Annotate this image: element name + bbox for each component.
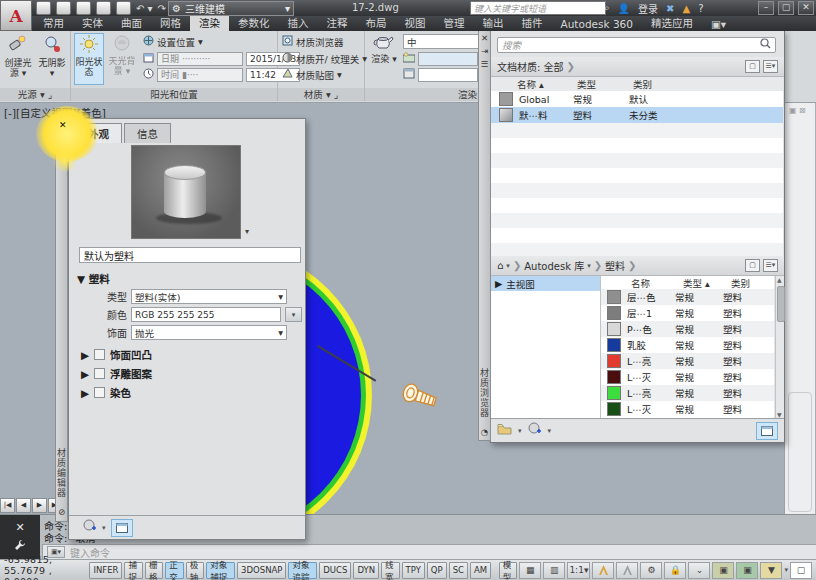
doc-material-row-global[interactable]: Global 常规 默认 [491, 91, 783, 107]
chevron-down-icon[interactable]: ▾ [102, 524, 106, 532]
toggle-grid[interactable]: 栅格 [145, 562, 163, 579]
relief-pattern-checkbox[interactable] [94, 368, 105, 379]
exchange-icon[interactable]: ✖ [666, 3, 674, 14]
tab-mesh[interactable]: 网格 [151, 14, 190, 31]
library-material-row[interactable]: 层⋯色常规塑料 [601, 289, 774, 305]
tab-layout[interactable]: 布局 [357, 14, 396, 31]
tab-annotate[interactable]: 注释 [318, 14, 357, 31]
help-icon[interactable]: ? [698, 3, 703, 14]
grid-view-icon[interactable]: ▢ [745, 259, 760, 272]
toggle-ortho[interactable]: 正交 [165, 562, 183, 579]
autodesk-app-icon[interactable]: ▲ [682, 3, 690, 14]
autoscale-icon[interactable] [616, 562, 638, 579]
bolt-object[interactable] [400, 380, 446, 414]
render-output-field[interactable] [418, 68, 478, 82]
properties-icon[interactable]: ☰ [480, 59, 490, 69]
chevron-down-icon[interactable]: ▾ [587, 262, 591, 270]
column-category[interactable]: 类别 [731, 276, 750, 290]
annotation-scale-button[interactable]: 1:1▾ [567, 562, 590, 579]
library-material-row[interactable]: P⋯色常规塑料 [601, 321, 774, 337]
wrench-icon[interactable] [14, 539, 26, 554]
panel-sun-label[interactable]: 阳光和位置 [71, 88, 277, 101]
library-scrollbar[interactable]: ▲ ▼ [775, 276, 784, 418]
save-icon[interactable] [76, 1, 91, 15]
next-tab-icon[interactable]: ▶ [32, 498, 47, 513]
tab-solid[interactable]: 实体 [73, 14, 112, 31]
close-icon[interactable]: ✕ [480, 33, 490, 43]
type-dropdown[interactable]: 塑料(实体)▾ [131, 289, 287, 304]
render-quality-dropdown[interactable]: 中 [403, 34, 483, 49]
signin-button[interactable]: 登录 [638, 1, 658, 16]
doc-material-row-default-plastic[interactable]: 默⋯料 塑料 未分类 [491, 107, 783, 123]
close-icon[interactable]: ✕ [59, 120, 67, 130]
toggle-osnap[interactable]: 对象捕捉 [206, 562, 235, 579]
quick-view-drawings-icon[interactable]: ▥ [543, 562, 565, 579]
column-name[interactable]: 名称 ▴ [517, 77, 577, 91]
autocad-logo-icon[interactable]: A [0, 0, 32, 31]
tab-surface[interactable]: 曲面 [112, 14, 151, 31]
scroll-up-icon[interactable]: ▲ [777, 276, 782, 283]
column-type[interactable]: 类型 [577, 77, 633, 91]
open-file-icon[interactable] [56, 1, 71, 15]
library-folder-icon[interactable] [497, 423, 512, 438]
toggle-3dosnap[interactable]: 3DOSNAP [237, 562, 286, 579]
toggle-tpy[interactable]: TPY [402, 562, 425, 579]
new-file-icon[interactable] [36, 1, 51, 15]
workspace-switching-icon[interactable]: ⚙ [640, 562, 662, 579]
clean-screen-button[interactable]: ▢ [790, 562, 812, 579]
toggle-infer[interactable]: INFER [89, 562, 122, 579]
finish-dropdown[interactable]: 抛光▾ [131, 325, 287, 340]
section-finish-bump[interactable]: ▶ 饰面凹凸 [81, 347, 152, 362]
chevron-down-icon[interactable]: ▾ [518, 427, 522, 435]
material-mapping-button[interactable]: 材质贴图 ▾ [282, 67, 342, 82]
library-material-row[interactable]: L⋯灭常规塑料 [601, 401, 774, 417]
tab-view[interactable]: 视图 [396, 14, 435, 31]
library-material-row[interactable]: L⋯亮常规塑料 [601, 353, 774, 369]
minimize-button[interactable]: – [758, 1, 774, 15]
grid-view-icon[interactable]: ▢ [745, 60, 760, 73]
library-material-row[interactable]: L⋯亮常规塑料 [601, 385, 774, 401]
render-button[interactable]: 渲染 ▾ [369, 33, 399, 75]
search-binoculars-icon[interactable]: ⌕ [604, 2, 610, 14]
list-view-icon[interactable]: ☰▾ [763, 60, 778, 73]
tray-bulb-icon[interactable]: ▼ [760, 562, 782, 579]
finish-bump-checkbox[interactable] [94, 349, 105, 360]
toggle-otrack[interactable]: 对象追踪 [288, 562, 317, 579]
material-toggle-button[interactable]: 材质开/ 纹理关 ▾ [282, 51, 367, 66]
panel-materials-label[interactable]: 材质 ▾ ⌟ [278, 88, 364, 101]
scroll-down-icon[interactable]: ▼ [777, 411, 782, 418]
date-slider[interactable]: 日期 ·········· [157, 52, 243, 66]
library-material-row[interactable]: 乳胶常规塑料 [601, 337, 774, 353]
tray-graphics-icon[interactable]: ▣ [736, 562, 758, 579]
section-relief-pattern[interactable]: ▶ 浮雕图案 [81, 366, 152, 381]
tab-output[interactable]: 输出 [474, 14, 513, 31]
tab-parametric[interactable]: 参数化 [229, 14, 279, 31]
material-editor-titlebar[interactable]: ✕ ⇥ ☰ 材质编辑器 ⊘ [55, 118, 68, 522]
toggle-ducs[interactable]: DUCS [319, 562, 351, 579]
close-icon[interactable]: ✕ [15, 521, 24, 534]
save-as-icon[interactable] [96, 1, 111, 15]
autohide-icon[interactable]: ⇥ [480, 46, 490, 56]
tab-plugins[interactable]: 插件 [513, 14, 552, 31]
home-icon[interactable]: ⌂ [497, 260, 503, 271]
tab-featured-apps[interactable]: 精选应用 [642, 14, 702, 31]
workspace-selector[interactable]: ⚙ 三维建模 ▾ [168, 1, 294, 16]
tab-render[interactable]: 渲染 [190, 14, 229, 31]
first-tab-icon[interactable]: |◀ [0, 498, 15, 513]
library-material-row[interactable]: 层⋯1常规塑料 [601, 305, 774, 321]
chevron-down-icon[interactable]: ⌄ [688, 562, 710, 579]
section-plastic[interactable]: ▼ 塑料 [77, 271, 110, 286]
color-options-icon[interactable]: ▾ [285, 307, 302, 322]
create-material-icon[interactable] [83, 519, 97, 536]
tab-info[interactable]: 信息 [124, 123, 171, 143]
time-slider[interactable]: 时间 ▮···· [157, 68, 243, 82]
material-search-input[interactable]: 搜索 [497, 37, 776, 53]
material-browser-button[interactable]: 材质浏览器 [282, 34, 344, 49]
tab-autodesk360[interactable]: Autodesk 360 [552, 17, 642, 31]
tray-isolate-icon[interactable]: ▣ [712, 562, 734, 579]
maximize-button[interactable]: ▢ [778, 1, 794, 15]
no-shadow-button[interactable]: 无阴影 ▾ [36, 33, 68, 75]
chevron-down-icon[interactable]: ▾ [506, 262, 510, 270]
close-button[interactable]: ✕ [798, 1, 814, 15]
tree-item-home-view[interactable]: ▶ 主视图 [491, 276, 600, 291]
